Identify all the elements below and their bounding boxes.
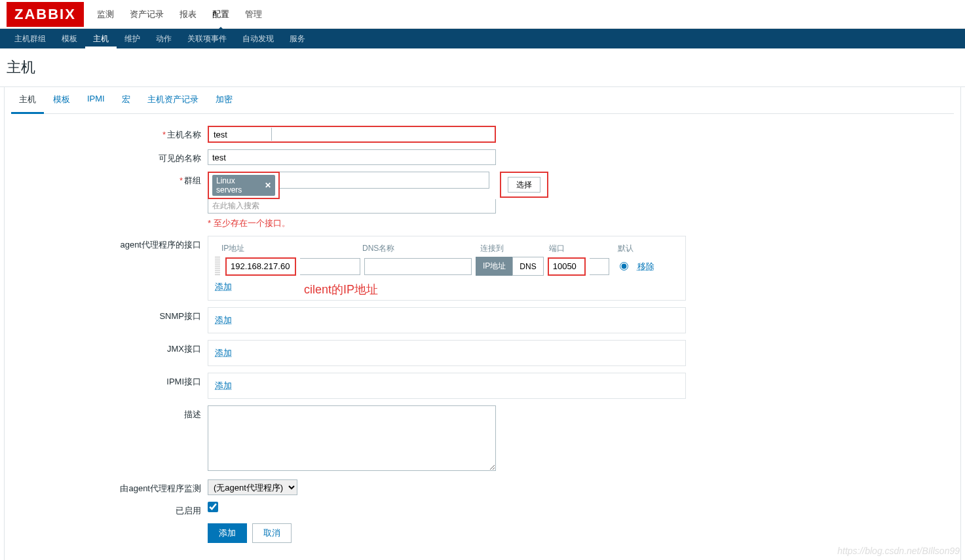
label-snmp-iface: SNMP接口 (11, 307, 208, 322)
connect-to-toggle: IP地址 DNS (476, 257, 544, 276)
header-port: 端口 (549, 243, 618, 254)
topnav-items: 监测 资产记录 报表 配置 管理 (90, 2, 269, 27)
subnav-maintenance[interactable]: 维护 (117, 29, 148, 48)
ip-input-ext[interactable] (300, 258, 360, 275)
hostname-input[interactable] (210, 128, 271, 141)
subnav-services[interactable]: 服务 (282, 29, 313, 48)
add-agent-interface-link[interactable]: 添加 (215, 281, 232, 293)
topnav-administration[interactable]: 管理 (238, 2, 269, 27)
snmp-interface-section: 添加 (208, 307, 686, 333)
connect-ip-button[interactable]: IP地址 (476, 257, 512, 276)
label-hostname: *主机名称 (11, 126, 208, 141)
header-default: 默认 (618, 243, 657, 254)
label-enabled: 已启用 (11, 502, 208, 517)
subnav-hosts[interactable]: 主机 (85, 29, 117, 48)
label-ipmi-iface: IPMI接口 (11, 373, 208, 388)
tab-encryption[interactable]: 加密 (208, 87, 240, 113)
select-groups-button[interactable]: 选择 (508, 177, 540, 193)
header-dns: DNS名称 (362, 243, 480, 254)
groups-tagbox[interactable]: Linux servers✕ (210, 174, 278, 197)
label-visiblename: 可见的名称 (11, 149, 208, 164)
jmx-interface-section: 添加 (208, 340, 686, 366)
agent-interface-section: IP地址 DNS名称 连接到 端口 默认 IP地址 DNS 移 (208, 236, 686, 301)
header-conn: 连接到 (480, 243, 549, 254)
hostname-input-ext[interactable] (271, 128, 494, 141)
tab-inventory[interactable]: 主机资产记录 (140, 87, 206, 113)
add-ipmi-interface-link[interactable]: 添加 (215, 380, 232, 392)
drag-handle-icon[interactable] (215, 257, 220, 276)
subnav-discovery[interactable]: 自动发现 (235, 29, 282, 48)
label-agent-iface: agent代理程序的接口 (11, 236, 208, 251)
watermark: https://blog.csdn.net/BIllson99 (837, 546, 960, 556)
ipmi-interface-section: 添加 (208, 373, 686, 399)
groups-search-hint[interactable]: 在此输入搜索 (208, 199, 496, 214)
tab-ipmi[interactable]: IPMI (79, 87, 113, 113)
subnav-actions[interactable]: 动作 (148, 29, 180, 48)
subnav-hostgroups[interactable]: 主机群组 (7, 29, 54, 48)
label-jmx-iface: JMX接口 (11, 340, 208, 355)
remove-interface-link[interactable]: 移除 (637, 261, 654, 272)
topnav-inventory[interactable]: 资产记录 (123, 2, 170, 27)
annotation-client-ip: cilent的IP地址 (304, 282, 378, 297)
submit-add-button[interactable]: 添加 (208, 523, 247, 543)
cancel-button[interactable]: 取消 (252, 523, 292, 543)
logo: ZABBIX (7, 2, 84, 27)
interface-error: 至少存在一个接口。 (208, 217, 686, 229)
description-textarea[interactable] (208, 405, 496, 471)
port-input[interactable] (549, 259, 584, 274)
enabled-checkbox[interactable] (208, 502, 218, 512)
add-snmp-interface-link[interactable]: 添加 (215, 314, 232, 326)
tab-host[interactable]: 主机 (11, 87, 44, 114)
add-jmx-interface-link[interactable]: 添加 (215, 347, 232, 359)
top-nav: ZABBIX 监测 资产记录 报表 配置 管理 (0, 0, 965, 29)
sub-nav: 主机群组 模板 主机 维护 动作 关联项事件 自动发现 服务 (0, 29, 965, 48)
form-tabs: 主机 模板 IPMI 宏 主机资产记录 加密 (11, 87, 954, 114)
dns-input[interactable] (364, 258, 472, 275)
form-container: 主机 模板 IPMI 宏 主机资产记录 加密 *主机名称 可见的名称 *群组 L… (4, 87, 961, 560)
tab-macros[interactable]: 宏 (114, 87, 138, 113)
ip-input[interactable] (227, 259, 295, 274)
tab-templates[interactable]: 模板 (45, 87, 78, 113)
label-proxy: 由agent代理程序监测 (11, 479, 208, 495)
page-title: 主机 (0, 48, 965, 87)
default-interface-radio[interactable] (620, 262, 628, 271)
subnav-templates[interactable]: 模板 (54, 29, 85, 48)
topnav-reports[interactable]: 报表 (173, 2, 203, 27)
visiblename-input[interactable] (208, 149, 496, 165)
topnav-configuration[interactable]: 配置 (206, 2, 236, 27)
port-input-ext[interactable] (590, 258, 609, 275)
label-description: 描述 (11, 405, 208, 420)
connect-dns-button[interactable]: DNS (512, 257, 543, 276)
agent-interface-row: IP地址 DNS 移除 (215, 257, 679, 276)
topnav-monitoring[interactable]: 监测 (90, 2, 121, 27)
subnav-correlation[interactable]: 关联项事件 (180, 29, 235, 48)
remove-tag-icon[interactable]: ✕ (265, 181, 271, 190)
group-tag: Linux servers✕ (212, 175, 275, 196)
proxy-select[interactable]: (无agent代理程序) (208, 479, 297, 495)
label-groups: *群组 (11, 172, 208, 187)
header-ip: IP地址 (215, 243, 362, 254)
